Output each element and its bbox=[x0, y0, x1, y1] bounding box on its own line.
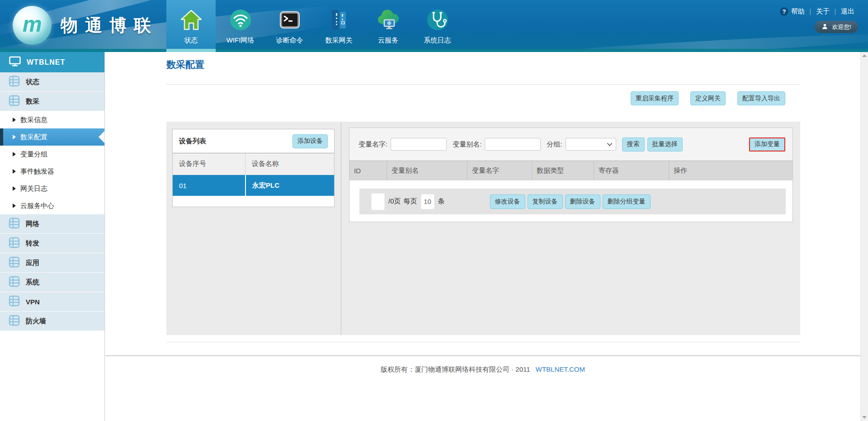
sidebar-item-collect[interactable]: 数采 bbox=[0, 92, 104, 111]
user-icon bbox=[821, 23, 828, 31]
sidebar-subitem-gateway-log[interactable]: 网关日志 bbox=[0, 180, 104, 197]
restart-collector-button[interactable]: 重启采集程序 bbox=[631, 91, 679, 105]
logout-link[interactable]: 退出 bbox=[841, 7, 854, 16]
sidebar-subitem-event-trigger[interactable]: 事件触发器 bbox=[0, 163, 104, 180]
sidebar-item-status[interactable]: 状态 bbox=[0, 72, 104, 92]
footer: 版权所有：厦门物通博联网络科技有限公司 · 2011 WTBLNET.COM bbox=[105, 355, 860, 374]
sidebar-item-label: VPN bbox=[26, 298, 40, 306]
sidebar-subitem-collect-config[interactable]: 数采配置 bbox=[0, 128, 104, 146]
wifi-icon bbox=[228, 8, 253, 32]
app-header: m 物通博联 状态 WIFI网络 诊断命令 bbox=[0, 0, 868, 52]
add-variable-button[interactable]: 添加变量 bbox=[749, 137, 785, 151]
col-actions: 操作 bbox=[669, 161, 793, 180]
nav-tab-diagnosis[interactable]: 诊断命令 bbox=[265, 0, 314, 49]
sidebar-item-app[interactable]: 应用 bbox=[0, 253, 104, 273]
page-suffix: /0页 bbox=[388, 197, 401, 206]
table-icon bbox=[9, 76, 20, 88]
subitem-label: 事件触发器 bbox=[20, 167, 54, 176]
page-number-input[interactable] bbox=[371, 193, 385, 210]
page-title: 数采配置 bbox=[166, 52, 800, 71]
toolbar: 重启采集程序 定义网关 配置导入导出 bbox=[166, 91, 800, 105]
logout-label: 退出 bbox=[841, 7, 854, 16]
sidebar-item-vpn[interactable]: VPN bbox=[0, 292, 104, 312]
sidebar-subitem-variable-group[interactable]: 变量分组 bbox=[0, 146, 104, 163]
nav-tab-cloud[interactable]: 云服务 bbox=[363, 0, 413, 49]
device-col-no: 设备序号 bbox=[173, 153, 245, 175]
subitem-label: 云服务中心 bbox=[20, 202, 54, 210]
batch-select-button[interactable]: 批量选择 bbox=[647, 137, 683, 151]
subitem-label: 变量分组 bbox=[20, 150, 47, 159]
device-col-name: 设备名称 bbox=[245, 153, 334, 175]
col-alias: 变量别名 bbox=[387, 161, 467, 180]
table-icon bbox=[9, 218, 20, 230]
table-icon bbox=[9, 315, 20, 327]
table-icon bbox=[9, 276, 20, 289]
device-table-header: 设备序号 设备名称 bbox=[173, 153, 334, 175]
device-row-name: 永宏PLC bbox=[245, 175, 334, 196]
per-page-label: 每页 bbox=[404, 197, 417, 206]
group-label: 分组: bbox=[547, 140, 562, 149]
copy-device-button[interactable]: 复制设备 bbox=[528, 194, 563, 209]
terminal-icon bbox=[278, 8, 302, 32]
device-list-header: 设备列表 添加设备 bbox=[173, 129, 334, 153]
nav-tab-syslog[interactable]: 系统日志 bbox=[413, 0, 462, 49]
nav-label: 系统日志 bbox=[424, 36, 451, 45]
sidebar-item-network[interactable]: 网络 bbox=[0, 214, 104, 234]
sidebar-subitem-cloud-center[interactable]: 云服务中心 bbox=[0, 197, 104, 214]
sidebar-header: WTBLNET bbox=[0, 52, 104, 72]
var-name-input[interactable] bbox=[391, 138, 447, 151]
nav-label: 云服务 bbox=[378, 36, 398, 45]
define-gateway-button[interactable]: 定义网关 bbox=[690, 91, 726, 105]
device-list-card: 设备列表 添加设备 设备序号 设备名称 01 永宏PLC bbox=[172, 129, 335, 207]
nav-tab-wifi[interactable]: WIFI网络 bbox=[216, 0, 265, 49]
delete-group-variable-button[interactable]: 删除分组变量 bbox=[603, 194, 651, 209]
device-row-selected[interactable]: 01 永宏PLC bbox=[173, 175, 334, 196]
scroll-up-icon[interactable] bbox=[862, 54, 867, 57]
device-list-pane: 设备列表 添加设备 设备序号 设备名称 01 永宏PLC bbox=[166, 122, 342, 335]
brand-name: 物通博联 bbox=[61, 14, 158, 37]
help-link[interactable]: ? 帮助 bbox=[780, 7, 805, 16]
main-content: 数采配置 重启采集程序 定义网关 配置导入导出 设备列表 添加设备 设 bbox=[105, 52, 860, 421]
page: m 物通博联 状态 WIFI网络 诊断命令 bbox=[0, 0, 868, 421]
nav-label: WIFI网络 bbox=[226, 36, 255, 45]
about-link[interactable]: 关于 bbox=[816, 7, 830, 16]
caret-right-icon bbox=[13, 186, 16, 191]
about-label: 关于 bbox=[816, 7, 830, 16]
nav-tab-gateway[interactable]: 数采网关 bbox=[314, 0, 363, 49]
home-icon bbox=[179, 8, 203, 32]
sidebar-subitem-collect-info[interactable]: 数采信息 bbox=[0, 111, 104, 128]
footer-link[interactable]: WTBLNET.COM bbox=[536, 365, 585, 373]
header-links: ? 帮助 关于 退出 bbox=[780, 7, 854, 16]
welcome-text: 欢迎您! bbox=[832, 23, 851, 31]
gateway-icon bbox=[327, 8, 351, 32]
variable-table-body: /0页 每页 条 修改设备 复制设备 删除设备 删除分组变量 bbox=[349, 180, 793, 222]
modify-device-button[interactable]: 修改设备 bbox=[490, 194, 525, 209]
logo-mark: m bbox=[23, 12, 42, 37]
delete-device-button[interactable]: 删除设备 bbox=[565, 194, 600, 209]
row-actions: 修改设备 复制设备 删除设备 删除分组变量 bbox=[490, 194, 651, 209]
scroll-down-icon[interactable] bbox=[862, 416, 867, 419]
nav-tab-status[interactable]: 状态 bbox=[166, 0, 216, 49]
var-alias-input[interactable] bbox=[485, 138, 541, 151]
nav-label: 数采网关 bbox=[326, 36, 353, 45]
variable-filter-bar: 变量名字: 变量别名: 分组: 搜索 批量选择 bbox=[349, 128, 793, 161]
group-select[interactable] bbox=[566, 138, 616, 151]
add-device-button[interactable]: 添加设备 bbox=[292, 134, 328, 148]
search-button[interactable]: 搜索 bbox=[622, 137, 645, 151]
sidebar-item-forward[interactable]: 转发 bbox=[0, 234, 104, 253]
caret-right-icon bbox=[13, 169, 16, 174]
sidebar-item-system[interactable]: 系统 bbox=[0, 273, 104, 292]
sidebar-item-label: 转发 bbox=[26, 239, 39, 248]
subitem-label: 数采配置 bbox=[20, 133, 47, 142]
per-page-input[interactable] bbox=[421, 194, 434, 209]
cloud-service-icon bbox=[376, 8, 401, 32]
nav-label: 诊断命令 bbox=[276, 36, 303, 45]
scrollbar-track[interactable] bbox=[860, 52, 868, 421]
table-icon bbox=[9, 295, 20, 308]
monitor-icon bbox=[9, 56, 21, 69]
caret-right-icon bbox=[13, 135, 16, 139]
unit-label: 条 bbox=[438, 197, 445, 206]
var-alias-label: 变量别名: bbox=[453, 140, 481, 149]
config-import-export-button[interactable]: 配置导入导出 bbox=[737, 91, 785, 105]
sidebar-item-firewall[interactable]: 防火墙 bbox=[0, 312, 104, 331]
